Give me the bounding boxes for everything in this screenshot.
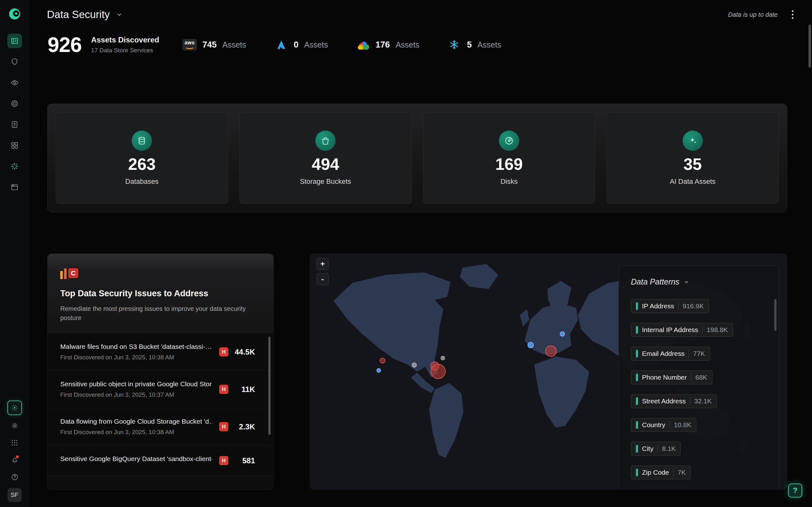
sidebar-item-help[interactable] [8, 470, 21, 484]
provider-google-cloud: 176 Assets [355, 38, 419, 51]
map-marker-blue[interactable] [560, 331, 565, 337]
data-patterns-dropdown[interactable]: Data Patterns [631, 277, 767, 286]
map-marker-blue[interactable] [527, 342, 534, 348]
map-marker-red[interactable] [545, 345, 557, 357]
issue-count: 11K [234, 385, 255, 394]
help-fab-button[interactable]: ? [788, 484, 802, 498]
severity-badge: H [219, 456, 229, 465]
snowflake-asset-count: 5 [467, 40, 472, 50]
ai-sparkle-icon [682, 130, 703, 151]
sidebar-item-apps[interactable] [8, 436, 21, 449]
asset-location-map[interactable]: + - Data Patterns IP Address 916.9K Inte [310, 253, 787, 490]
pattern-chip[interactable]: IP Address 916.9K [631, 299, 709, 313]
issue-title: Malware files found on S3 Bucket 'datase… [60, 343, 212, 350]
total-assets-label: Assets Discovered [91, 36, 159, 44]
topbar: Data Security Data is up to date [29, 0, 812, 29]
grid-cards-icon [10, 141, 19, 150]
map-marker-red[interactable] [430, 364, 446, 379]
map-marker-red[interactable] [380, 358, 386, 363]
apps-grid-icon [11, 439, 18, 447]
issue-discovered-date: First Discovered on Jun 3, 2025, 10:38 A… [60, 354, 212, 361]
mini-bar-icon [636, 421, 638, 429]
sidebar-item-policies[interactable] [7, 117, 22, 132]
storage-buckets-count: 494 [312, 156, 339, 172]
issue-discovered-date: First Discovered on Jun 3, 2025, 10:38 A… [60, 429, 212, 436]
data-security-dashboard: SF Data Security Data is up to date 926 … [0, 0, 812, 507]
pattern-chip[interactable]: Street Address 32.1K [631, 394, 717, 408]
issues-description: Remediate the most pressing issues to im… [60, 304, 251, 323]
mini-bar-icon [636, 397, 638, 405]
chevron-down-icon [684, 279, 689, 285]
eye-icon [10, 78, 19, 87]
map-marker-gray[interactable] [441, 356, 445, 360]
sidebar-item-security[interactable] [7, 55, 22, 69]
sidebar-item-posture[interactable] [7, 96, 22, 111]
card-storage-buckets[interactable]: 494 Storage Buckets [240, 112, 412, 204]
app-logo[interactable] [7, 6, 22, 21]
critical-badge: C [67, 267, 79, 279]
patterns-scrollbar[interactable] [774, 299, 776, 331]
pattern-chip[interactable]: Email Address 77K [631, 347, 710, 360]
gcp-asset-count: 176 [375, 40, 390, 50]
sidebar-bottom: SF [7, 399, 22, 502]
sidebar-item-dashboard[interactable] [7, 34, 22, 48]
page-title-dropdown[interactable]: Data Security [47, 9, 122, 20]
pattern-chip[interactable]: Internal IP Address 198.8K [631, 323, 733, 337]
total-assets-meta: Assets Discovered 17 Data Store Services [91, 36, 159, 54]
issue-title: Sensitive public object in private Googl… [60, 380, 212, 388]
sidebar-item-data-security[interactable] [7, 159, 22, 174]
aws-icon: aws [182, 38, 197, 51]
provider-counts: aws 745 Assets 0 Assets [182, 38, 501, 51]
map-marker-blue[interactable] [376, 368, 381, 373]
issue-discovered-date: First Discovered on Jun 3, 2025, 10:37 A… [60, 391, 212, 398]
issue-row[interactable]: Sensitive public object in private Googl… [48, 371, 273, 408]
sidebar-item-reports[interactable] [7, 138, 22, 153]
user-avatar[interactable]: SF [8, 488, 21, 502]
databases-count: 263 [128, 156, 156, 172]
issue-row[interactable]: Data flowing from Google Cloud Storage B… [48, 408, 273, 446]
scan-icon [11, 404, 18, 412]
total-assets-count: 926 [48, 34, 82, 55]
page-title: Data Security [47, 9, 110, 20]
assets-summary: 926 Assets Discovered 17 Data Store Serv… [48, 34, 501, 55]
storage-bucket-icon [315, 130, 336, 151]
issue-count: 44.5K [234, 348, 255, 356]
provider-azure: 0 Assets [273, 38, 328, 51]
sidebar-item-ai-scan[interactable] [7, 400, 22, 415]
zoom-out-button[interactable]: - [316, 273, 328, 285]
issue-row[interactable]: Sensitive Google BigQuery Dataset 'sandb… [48, 446, 273, 476]
cyera-logo-icon [8, 7, 21, 21]
aws-asset-count: 745 [202, 40, 217, 50]
kebab-icon [792, 10, 794, 19]
sidebar-item-visibility[interactable] [7, 75, 22, 90]
issues-title: Top Data Security Issues to Address [60, 289, 261, 298]
asset-type-cards: 263 Databases 494 Storage Buckets 169 Di… [47, 104, 787, 212]
card-ai-data-assets[interactable]: 35 AI Data Assets [606, 112, 779, 204]
pattern-chip[interactable]: City 8.1K [631, 442, 681, 456]
issue-count: 2.3K [234, 422, 255, 431]
dashboard-icon [10, 37, 19, 45]
gear-icon [11, 422, 19, 430]
provider-snowflake: 5 Assets [447, 38, 501, 51]
database-icon [132, 130, 152, 151]
card-disks[interactable]: 169 Disks [423, 112, 595, 204]
zoom-in-button[interactable]: + [316, 258, 328, 270]
map-marker-gray[interactable] [412, 362, 417, 368]
issues-scrollbar[interactable] [268, 337, 270, 435]
page-scrollbar[interactable] [809, 25, 811, 67]
issue-count: 581 [234, 456, 255, 465]
sidebar-item-notifications[interactable] [8, 453, 21, 466]
chevron-down-icon [116, 11, 122, 18]
kebab-menu-button[interactable] [787, 8, 798, 21]
top-issues-panel: C Top Data Security Issues to Address Re… [47, 253, 274, 490]
mini-bar-icon [636, 350, 638, 357]
pattern-chip[interactable]: Country 10.8K [631, 418, 696, 432]
sidebar-item-settings[interactable] [8, 419, 21, 432]
card-databases[interactable]: 263 Databases [56, 112, 228, 204]
mini-bar-icon [636, 374, 638, 381]
data-patterns-panel: Data Patterns IP Address 916.9K Internal… [618, 266, 779, 490]
pattern-chip[interactable]: Zip Code 7K [631, 465, 691, 480]
sidebar-item-integrations[interactable] [7, 180, 22, 194]
issue-row[interactable]: Malware files found on S3 Bucket 'datase… [48, 333, 273, 371]
pattern-chip[interactable]: Phone Number 68K [631, 371, 712, 384]
